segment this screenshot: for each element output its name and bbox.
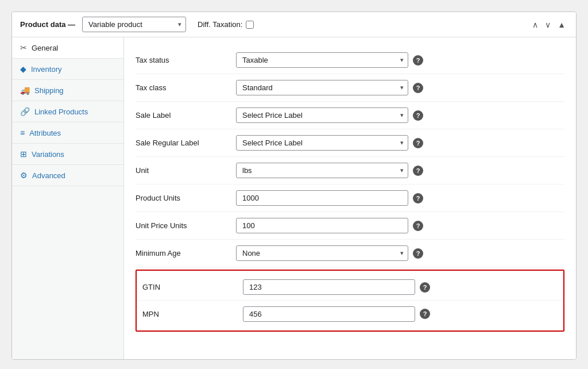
sidebar: ✂ General ◆ Inventory 🚚 Shipping 🔗 Linke… bbox=[12, 37, 124, 359]
tax-status-label: Tax status bbox=[136, 56, 236, 64]
header-controls: ∧ ∨ ▲ bbox=[530, 19, 568, 30]
sidebar-item-linked-products[interactable]: 🔗 Linked Products bbox=[12, 101, 123, 122]
sidebar-item-advanced-label: Advanced bbox=[32, 171, 65, 180]
unit-price-units-label: Unit Price Units bbox=[136, 221, 236, 230]
tax-status-row: Tax status Taxable Shipping only None ▾ … bbox=[136, 47, 564, 74]
tax-class-label: Tax class bbox=[136, 83, 236, 92]
mpn-help-icon[interactable]: ? bbox=[420, 309, 430, 319]
product-units-control: ? bbox=[236, 190, 564, 206]
sale-label-row: Sale Label Select Price Label ▾ ? bbox=[136, 102, 564, 129]
shipping-icon: 🚚 bbox=[20, 86, 30, 95]
unit-price-units-input[interactable] bbox=[236, 218, 408, 233]
unit-help-icon[interactable]: ? bbox=[413, 166, 423, 176]
sale-regular-label-label: Sale Regular Label bbox=[136, 139, 236, 147]
sale-regular-label-help-icon[interactable]: ? bbox=[413, 138, 423, 148]
unit-select[interactable]: lbs kg oz g bbox=[236, 163, 408, 178]
minimum-age-row: Minimum Age None 13 16 18 21 ▾ ? bbox=[136, 240, 564, 267]
sidebar-item-general[interactable]: ✂ General bbox=[12, 37, 123, 59]
sidebar-item-general-label: General bbox=[32, 44, 58, 52]
sidebar-item-inventory[interactable]: ◆ Inventory bbox=[12, 59, 123, 80]
unit-control: lbs kg oz g ▾ ? bbox=[236, 163, 564, 178]
general-icon: ✂ bbox=[20, 43, 27, 52]
product-type-select[interactable]: Variable product Simple product Grouped … bbox=[82, 17, 186, 32]
mpn-row: MPN ? bbox=[137, 301, 563, 327]
sidebar-item-linked-products-label: Linked Products bbox=[34, 107, 88, 116]
unit-select-wrapper: lbs kg oz g ▾ bbox=[236, 163, 408, 178]
tax-status-help-icon[interactable]: ? bbox=[413, 55, 423, 66]
unit-row: Unit lbs kg oz g ▾ ? bbox=[136, 157, 564, 184]
minimum-age-select[interactable]: None 13 16 18 21 bbox=[236, 245, 408, 261]
minimum-age-select-wrapper: None 13 16 18 21 ▾ bbox=[236, 245, 408, 261]
mpn-label: MPN bbox=[142, 310, 243, 318]
minimum-age-label: Minimum Age bbox=[136, 249, 236, 257]
linked-products-icon: 🔗 bbox=[20, 107, 30, 116]
product-units-label: Product Units bbox=[136, 194, 236, 202]
tax-class-select-wrapper: Standard Reduced rate Zero rate ▾ bbox=[236, 80, 408, 95]
unit-label: Unit bbox=[136, 166, 236, 175]
product-units-help-icon[interactable]: ? bbox=[413, 193, 423, 203]
sidebar-item-inventory-label: Inventory bbox=[31, 65, 61, 74]
minimum-age-help-icon[interactable]: ? bbox=[413, 248, 423, 259]
tax-status-select[interactable]: Taxable Shipping only None bbox=[236, 52, 408, 68]
sale-label-select-wrapper: Select Price Label ▾ bbox=[236, 107, 408, 123]
sale-regular-label-control: Select Price Label ▾ ? bbox=[236, 135, 564, 151]
gtin-row: GTIN ? bbox=[137, 274, 563, 301]
sidebar-item-shipping-label: Shipping bbox=[34, 86, 64, 95]
unit-price-units-help-icon[interactable]: ? bbox=[413, 221, 423, 231]
inventory-icon: ◆ bbox=[20, 64, 26, 74]
product-type-select-wrapper: Variable product Simple product Grouped … bbox=[82, 17, 186, 32]
sale-label-control: Select Price Label ▾ ? bbox=[236, 107, 564, 123]
sale-label-select[interactable]: Select Price Label bbox=[236, 107, 408, 123]
sidebar-item-variations-label: Variations bbox=[32, 150, 64, 159]
product-data-header: Product data — Variable product Simple p… bbox=[12, 12, 576, 37]
collapse-down-button[interactable]: ∨ bbox=[543, 19, 553, 30]
tax-status-control: Taxable Shipping only None ▾ ? bbox=[236, 52, 564, 68]
collapse-up-button[interactable]: ∧ bbox=[530, 19, 540, 30]
sidebar-item-attributes-label: Attributes bbox=[29, 129, 61, 137]
gtin-mpn-section: GTIN ? MPN ? bbox=[136, 270, 564, 332]
gtin-input[interactable] bbox=[243, 279, 415, 295]
minimum-age-control: None 13 16 18 21 ▾ ? bbox=[236, 245, 564, 261]
tax-class-select[interactable]: Standard Reduced rate Zero rate bbox=[236, 80, 408, 95]
advanced-icon: ⚙ bbox=[20, 171, 28, 180]
diff-taxation-label: Diff. Taxation: bbox=[198, 20, 242, 29]
product-data-title: Product data — bbox=[20, 20, 75, 29]
unit-price-units-control: ? bbox=[236, 218, 564, 233]
sale-label-label: Sale Label bbox=[136, 111, 236, 120]
product-units-row: Product Units ? bbox=[136, 184, 564, 212]
tax-class-help-icon[interactable]: ? bbox=[413, 83, 423, 93]
tax-class-row: Tax class Standard Reduced rate Zero rat… bbox=[136, 74, 564, 102]
gtin-control: ? bbox=[243, 279, 558, 295]
tax-class-control: Standard Reduced rate Zero rate ▾ ? bbox=[236, 80, 564, 95]
tax-status-select-wrapper: Taxable Shipping only None ▾ bbox=[236, 52, 408, 68]
sale-regular-label-select[interactable]: Select Price Label bbox=[236, 135, 408, 151]
mpn-input[interactable] bbox=[243, 306, 415, 322]
gtin-label: GTIN bbox=[142, 283, 243, 291]
product-data-panel: Product data — Variable product Simple p… bbox=[11, 11, 577, 360]
mpn-control: ? bbox=[243, 306, 558, 322]
sidebar-item-variations[interactable]: ⊞ Variations bbox=[12, 144, 123, 165]
variations-icon: ⊞ bbox=[20, 149, 27, 159]
main-content: Tax status Taxable Shipping only None ▾ … bbox=[124, 37, 576, 359]
gtin-help-icon[interactable]: ? bbox=[420, 282, 430, 293]
diff-taxation-checkbox[interactable] bbox=[246, 21, 254, 29]
sale-regular-label-row: Sale Regular Label Select Price Label ▾ … bbox=[136, 129, 564, 157]
unit-price-units-row: Unit Price Units ? bbox=[136, 212, 564, 240]
body-layout: ✂ General ◆ Inventory 🚚 Shipping 🔗 Linke… bbox=[12, 37, 576, 359]
sale-label-help-icon[interactable]: ? bbox=[413, 110, 423, 121]
sale-regular-label-select-wrapper: Select Price Label ▾ bbox=[236, 135, 408, 151]
sidebar-item-advanced[interactable]: ⚙ Advanced bbox=[12, 165, 123, 186]
sidebar-item-shipping[interactable]: 🚚 Shipping bbox=[12, 80, 123, 101]
attributes-icon: ≡ bbox=[20, 128, 25, 137]
sidebar-item-attributes[interactable]: ≡ Attributes bbox=[12, 122, 123, 144]
diff-taxation-wrapper: Diff. Taxation: bbox=[198, 20, 254, 29]
product-units-input[interactable] bbox=[236, 190, 408, 206]
collapse-toggle-button[interactable]: ▲ bbox=[555, 19, 568, 30]
